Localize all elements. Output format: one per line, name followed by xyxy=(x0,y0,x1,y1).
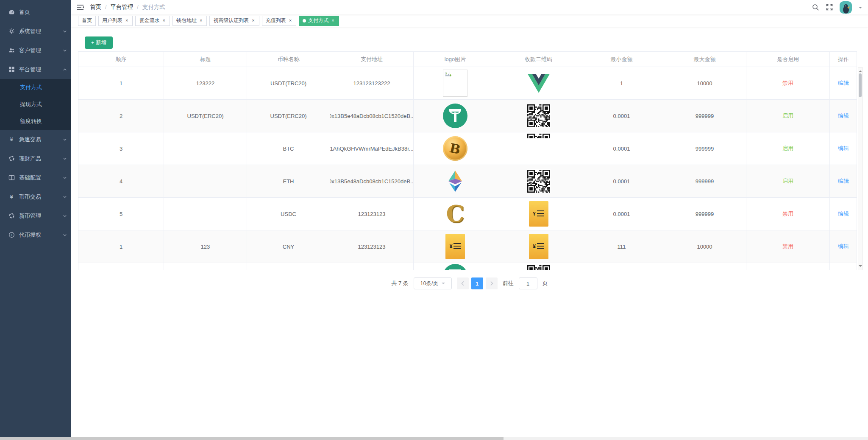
tab-wallet-address[interactable]: 钱包地址× xyxy=(172,16,207,26)
tether-logo-image[interactable] xyxy=(443,264,467,270)
breadcrumb-item[interactable]: 平台管理 xyxy=(110,3,133,11)
cell-status: 禁用 xyxy=(746,67,830,100)
cell-title xyxy=(164,263,247,270)
cell-action xyxy=(830,263,857,270)
sidebar-item-fast-trade[interactable]: ¥急速交易 xyxy=(0,130,71,149)
breadcrumb-item[interactable]: 首页 xyxy=(90,3,101,11)
close-icon[interactable]: × xyxy=(331,18,335,23)
edit-link[interactable]: 编辑 xyxy=(838,243,849,250)
tab-user-list[interactable]: 用户列表× xyxy=(98,16,133,26)
page-size-select[interactable]: 10条/页 xyxy=(414,277,452,289)
sidebar-item-quota-convert[interactable]: 额度转换 xyxy=(0,113,71,130)
tab-home[interactable]: 首页 xyxy=(78,16,96,26)
cell-qrcode xyxy=(497,132,580,165)
qr-code-image-clipped[interactable] xyxy=(527,265,551,270)
bitcoin-logo-image[interactable]: B xyxy=(443,136,467,161)
column-header: 最小金额 xyxy=(580,52,663,67)
horizontal-scrollbar[interactable] xyxy=(0,437,868,440)
vue-logo-image[interactable] xyxy=(528,74,550,93)
chevron-up-icon xyxy=(63,67,67,72)
sidebar-item-withdraw-method[interactable]: 提现方式 xyxy=(0,96,71,113)
fullscreen-icon[interactable] xyxy=(826,4,833,11)
scrollbar-thumb[interactable] xyxy=(0,437,504,440)
search-icon[interactable] xyxy=(812,4,819,11)
sidebar-item-system[interactable]: 系统管理 xyxy=(0,22,71,41)
cell-seq: 2 xyxy=(78,100,164,132)
sidebar-item-platform[interactable]: 平台管理 xyxy=(0,60,71,79)
edit-link[interactable]: 编辑 xyxy=(838,177,849,185)
tab-payment-method[interactable]: 支付方式× xyxy=(299,16,339,26)
tab-fund-flow[interactable]: 资金流水× xyxy=(135,16,170,26)
page-size-value: 10条/页 xyxy=(420,280,438,287)
hamburger-icon[interactable] xyxy=(71,0,90,14)
qr-code-image[interactable] xyxy=(527,104,551,128)
chevron-down-icon[interactable] xyxy=(859,7,862,10)
cell-min: 1 xyxy=(580,67,663,100)
cell-max: 10000 xyxy=(663,230,746,263)
sidebar-item-wealth-product[interactable]: 理财产品 xyxy=(0,149,71,168)
table-row: 5USDC123123123C¥0.0001999999禁用编辑 xyxy=(78,198,857,230)
close-icon[interactable]: × xyxy=(161,18,166,23)
cell-max: 999999 xyxy=(663,165,746,198)
ethereum-logo-image[interactable] xyxy=(445,170,465,192)
scroll-up-arrow-icon[interactable] xyxy=(859,69,862,72)
usdc-logo-image[interactable]: C xyxy=(446,202,465,225)
sidebar-item-customer[interactable]: 客户管理 xyxy=(0,41,71,60)
cell-min: 111 xyxy=(580,230,663,263)
cell-address: 0x13B5e48aDcb08cb1C1520deB... xyxy=(330,165,414,198)
close-icon[interactable]: × xyxy=(125,18,129,23)
cell-title xyxy=(164,165,247,198)
sidebar-item-payment-method[interactable]: 支付方式 xyxy=(0,79,71,96)
broken-image-placeholder[interactable] xyxy=(443,70,467,97)
cell-max: 999999 xyxy=(663,100,746,132)
cell-min: 0.0001 xyxy=(580,132,663,165)
cell-coin: USDT(ERC20) xyxy=(247,100,330,132)
tether-logo-image[interactable] xyxy=(443,104,467,128)
edit-link[interactable]: 编辑 xyxy=(838,79,849,87)
close-icon[interactable]: × xyxy=(199,18,203,23)
edit-link[interactable]: 编辑 xyxy=(838,145,849,152)
scrollbar-thumb[interactable] xyxy=(859,73,862,97)
close-icon[interactable]: × xyxy=(288,18,292,23)
avatar[interactable] xyxy=(840,1,852,14)
yellow-banner-image[interactable]: ¥ xyxy=(529,234,548,259)
cell-coin: ETH xyxy=(247,165,330,198)
cell-seq: 1 xyxy=(78,230,164,263)
goto-page-input[interactable] xyxy=(519,277,537,289)
cell-status xyxy=(746,263,830,270)
breadcrumb-separator: / xyxy=(105,4,106,10)
cell-max: 999999 xyxy=(663,198,746,230)
scroll-down-arrow-icon[interactable] xyxy=(859,265,862,269)
sidebar-item-home[interactable]: 首页 xyxy=(0,3,71,22)
sidebar-item-coin-trade[interactable]: ¥币币交易 xyxy=(0,187,71,206)
qr-code-image[interactable] xyxy=(527,169,551,193)
add-button[interactable]: + 新增 xyxy=(85,36,113,49)
navbar-right xyxy=(812,1,868,14)
edit-link[interactable]: 编辑 xyxy=(838,210,849,218)
cell-min: 0.0001 xyxy=(580,198,663,230)
prev-page-button[interactable] xyxy=(457,277,469,289)
edit-link[interactable]: 编辑 xyxy=(838,112,849,120)
table-vertical-scrollbar[interactable] xyxy=(858,67,862,270)
breadcrumb-item: 支付方式 xyxy=(142,3,165,11)
cell-seq: 1 xyxy=(78,67,164,100)
sidebar-item-new-coin[interactable]: 新币管理 xyxy=(0,206,71,225)
book-icon xyxy=(8,174,15,181)
chevron-down-icon xyxy=(442,283,445,286)
yellow-banner-image[interactable]: ¥ xyxy=(529,201,548,227)
plus-icon: + xyxy=(91,40,94,46)
table-row: 1123CNY123123123¥¥11110000禁用编辑 xyxy=(78,230,857,263)
page-number-button[interactable]: 1 xyxy=(471,277,483,289)
table-row xyxy=(78,263,857,270)
cell-qrcode xyxy=(497,263,580,270)
sidebar-item-token-auth[interactable]: T代币授权 xyxy=(0,225,71,244)
tab-recharge-list[interactable]: 充值列表× xyxy=(262,16,296,26)
sidebar: 首页系统管理客户管理平台管理支付方式提现方式额度转换¥急速交易理财产品基础配置¥… xyxy=(0,0,71,440)
close-icon[interactable]: × xyxy=(251,18,255,23)
tab-kyc-list[interactable]: 初高级认证列表× xyxy=(209,16,259,26)
cell-status: 禁用 xyxy=(746,198,830,230)
qr-code-image-clipped[interactable] xyxy=(527,134,551,138)
next-page-button[interactable] xyxy=(486,277,498,289)
yellow-banner-image[interactable]: ¥ xyxy=(445,234,465,259)
sidebar-item-base-config[interactable]: 基础配置 xyxy=(0,168,71,187)
